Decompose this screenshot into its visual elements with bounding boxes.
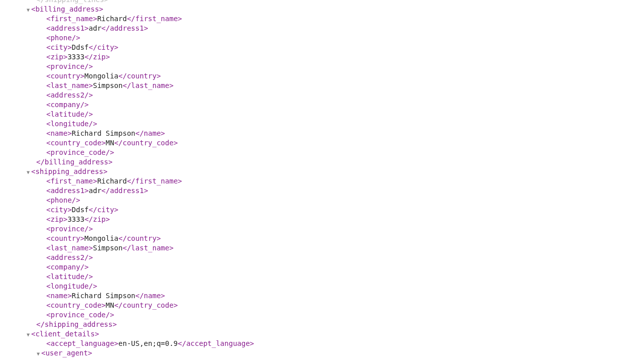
xml-line[interactable]: <longitude/> <box>0 282 644 291</box>
xml-line[interactable]: </shipping_address> <box>0 320 644 329</box>
toggle-placeholder <box>40 43 46 53</box>
toggle-placeholder <box>40 72 46 81</box>
xml-tag: <country_code> <box>46 139 106 147</box>
xml-line[interactable]: ▼<client_details> <box>0 329 644 339</box>
xml-text-value: 3333 <box>67 53 85 61</box>
xml-line[interactable]: <address1>adr</address1> <box>0 186 644 196</box>
xml-tag: <province/> <box>46 225 93 233</box>
xml-text-value: Simpson <box>93 244 123 252</box>
xml-line[interactable]: <zip>3333</zip> <box>0 52 644 62</box>
xml-tag: <shipping_address> <box>31 167 108 175</box>
xml-line[interactable]: <phone/> <box>0 196 644 205</box>
collapse-toggle-icon[interactable]: ▼ <box>35 349 41 358</box>
xml-line[interactable]: <last_name>Simpson</last_name> <box>0 243 644 253</box>
xml-line[interactable]: <latitude/> <box>0 272 644 282</box>
toggle-placeholder <box>40 206 46 215</box>
xml-line[interactable]: <address2/> <box>0 253 644 262</box>
xml-text-value: adr <box>89 187 101 195</box>
xml-line[interactable]: <company/> <box>0 100 644 110</box>
xml-tag: <longitude/> <box>46 120 97 128</box>
xml-text-value: Ddsf <box>72 206 89 214</box>
toggle-placeholder <box>40 282 46 292</box>
xml-text-value: MN <box>106 139 114 147</box>
xml-line[interactable]: <latitude/> <box>0 110 644 119</box>
xml-tag: </first_name> <box>127 177 182 185</box>
xml-line[interactable]: <province/> <box>0 224 644 234</box>
xml-tag: <address1> <box>46 187 89 195</box>
toggle-placeholder <box>30 320 36 330</box>
toggle-placeholder <box>40 120 46 129</box>
xml-line[interactable]: <name>Richard Simpson</name> <box>0 291 644 301</box>
xml-tag: <province_code/> <box>46 311 114 319</box>
xml-tree-viewer[interactable]: </shipping_lines>▼<billing_address> <fir… <box>0 0 644 358</box>
toggle-placeholder <box>40 253 46 263</box>
xml-text-value: en-US,en;q=0.9 <box>118 339 178 347</box>
xml-line[interactable]: <company/> <box>0 262 644 272</box>
xml-line[interactable]: <country_code>MN</country_code> <box>0 138 644 148</box>
xml-tag: </shipping_lines> <box>36 0 108 4</box>
toggle-placeholder <box>40 292 46 301</box>
xml-line[interactable]: <province_code/> <box>0 148 644 157</box>
xml-tag: </country> <box>118 234 160 242</box>
xml-text-value: Mongolia <box>85 234 118 242</box>
xml-line[interactable]: ▼<user_agent> <box>0 348 644 358</box>
xml-line[interactable]: <city>Ddsf</city> <box>0 43 644 52</box>
xml-tag: </shipping_address> <box>36 320 117 328</box>
xml-tag: <zip> <box>46 53 67 61</box>
collapse-toggle-icon[interactable]: ▼ <box>25 167 31 177</box>
xml-line[interactable]: ▼<shipping_address> <box>0 167 644 176</box>
xml-tag: <longitude/> <box>46 282 97 290</box>
xml-line[interactable]: <country_code>MN</country_code> <box>0 301 644 310</box>
xml-line[interactable]: </shipping_lines> <box>0 0 644 5</box>
xml-tag: <name> <box>46 292 72 300</box>
xml-tag: <address2/> <box>46 253 93 261</box>
xml-line[interactable]: <province_code/> <box>0 310 644 320</box>
xml-text-value: Mongolia <box>85 72 118 80</box>
xml-tag: <last_name> <box>46 244 93 252</box>
xml-tag: <city> <box>46 206 72 214</box>
xml-tag: <latitude/> <box>46 273 93 281</box>
xml-tag: <latitude/> <box>46 110 93 118</box>
xml-tag: <province_code/> <box>46 148 114 156</box>
xml-line[interactable]: <address2/> <box>0 90 644 100</box>
toggle-placeholder <box>40 15 46 24</box>
toggle-placeholder <box>30 158 36 167</box>
xml-tag: </billing_address> <box>36 158 113 166</box>
xml-line[interactable]: <accept_language>en-US,en;q=0.9</accept_… <box>0 339 644 348</box>
xml-line[interactable]: <city>Ddsf</city> <box>0 205 644 215</box>
xml-tag: <last_name> <box>46 81 93 89</box>
xml-line[interactable]: </billing_address> <box>0 157 644 167</box>
xml-tag: </first_name> <box>127 15 182 23</box>
toggle-placeholder <box>40 177 46 187</box>
xml-tag: <billing_address> <box>31 5 103 13</box>
collapse-toggle-icon[interactable]: ▼ <box>25 5 31 15</box>
xml-tag: </last_name> <box>123 244 174 252</box>
xml-line[interactable]: <first_name>Richard</first_name> <box>0 176 644 186</box>
collapse-toggle-icon[interactable]: ▼ <box>25 330 31 339</box>
xml-tag: </country_code> <box>114 139 178 147</box>
xml-tag: <province/> <box>46 62 93 70</box>
xml-tag: <city> <box>46 43 72 51</box>
xml-line[interactable]: <name>Richard Simpson</name> <box>0 129 644 138</box>
xml-line[interactable]: <zip>3333</zip> <box>0 215 644 224</box>
xml-tag: <address1> <box>46 24 89 32</box>
xml-tag: <first_name> <box>46 177 97 185</box>
xml-tag: </country_code> <box>114 301 178 309</box>
xml-tag: <zip> <box>46 215 67 223</box>
xml-text-value: Simpson <box>93 81 123 89</box>
xml-line[interactable]: <longitude/> <box>0 119 644 129</box>
xml-tag: <phone/> <box>46 196 80 204</box>
xml-line[interactable]: <country>Mongolia</country> <box>0 71 644 81</box>
xml-tag: </name> <box>135 129 165 137</box>
xml-line[interactable]: <last_name>Simpson</last_name> <box>0 81 644 90</box>
xml-line[interactable]: <province/> <box>0 62 644 71</box>
xml-text-value: Richard <box>97 177 127 185</box>
xml-line[interactable]: <first_name>Richard</first_name> <box>0 14 644 24</box>
toggle-placeholder <box>40 225 46 234</box>
xml-line[interactable]: <address1>adr</address1> <box>0 24 644 33</box>
toggle-placeholder <box>40 263 46 273</box>
xml-line[interactable]: <phone/> <box>0 33 644 43</box>
xml-line[interactable]: <country>Mongolia</country> <box>0 234 644 243</box>
xml-tag: <country> <box>46 72 85 80</box>
xml-line[interactable]: ▼<billing_address> <box>0 5 644 14</box>
